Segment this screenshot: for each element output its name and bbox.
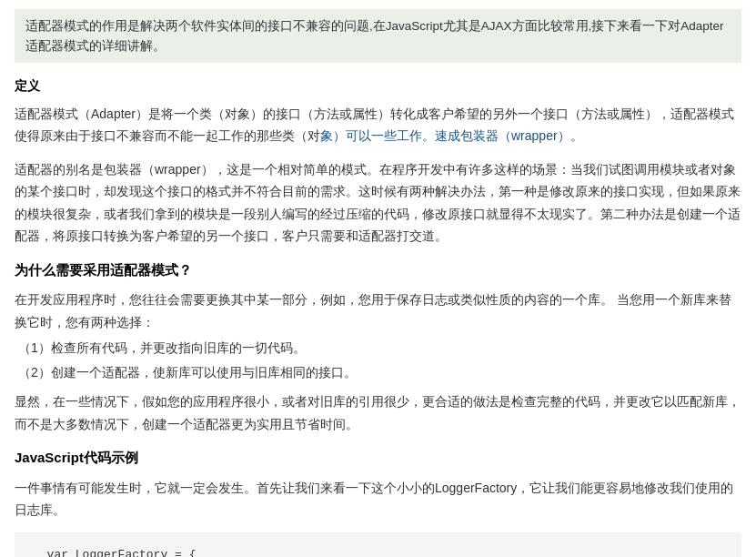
definition-title: 定义: [15, 76, 741, 97]
option1: （1）检查所有代码，并更改指向旧库的一切代码。: [18, 337, 741, 360]
option2: （2）创建一个适配器，使新库可以使用与旧库相同的接口。: [18, 361, 741, 384]
page-wrapper: 适配器模式的作用是解决两个软件实体间的接口不兼容的问题,在JavaScript尤…: [0, 0, 756, 557]
why-paragraph1: 在开发应用程序时，您往往会需要更换其中某一部分，例如，您用于保存日志或类似性质的…: [15, 289, 741, 333]
intro-text: 适配器模式的作用是解决两个软件实体间的接口不兼容的问题,在JavaScript尤…: [25, 19, 724, 53]
code-section-title: JavaScript代码示例: [15, 446, 741, 470]
why-section-title: 为什么需要采用适配器模式？: [15, 258, 741, 282]
definition-paragraph2: 适配器的别名是包装器（wrapper），这是一个相对简单的模式。在程序开发中有许…: [15, 158, 741, 248]
intro-banner: 适配器模式的作用是解决两个软件实体间的接口不兼容的问题,在JavaScript尤…: [15, 9, 741, 63]
code-intro: 一件事情有可能发生时，它就一定会发生。首先让我们来看一下这个小小的LoggerF…: [15, 477, 741, 522]
code-block: var LoggerFactory = { getLogger: functio…: [15, 532, 741, 557]
why-paragraph2: 显然，在一些情况下，假如您的应用程序很小，或者对旧库的引用很少，更合适的做法是检…: [15, 390, 741, 435]
wrapper-link[interactable]: 象）可以一些工作。速成包装器（wrapper）。: [320, 128, 583, 143]
definition-paragraph1: 适配器模式（Adapter）是将一个类（对象）的接口（方法或属性）转化成客户希望…: [15, 103, 741, 147]
